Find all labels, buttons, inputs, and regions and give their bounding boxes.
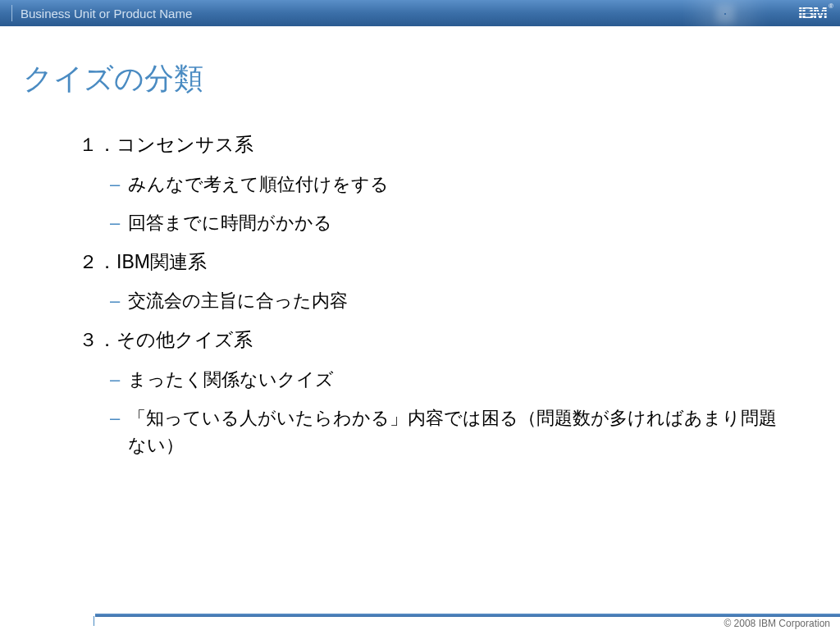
bullet-item: まったく関係ないクイズ — [110, 366, 783, 393]
slide-footer: © 2008 IBM Corporation — [0, 612, 840, 630]
copyright-text: © 2008 IBM Corporation — [724, 618, 830, 629]
section-2: ２．IBM関連系 交流会の主旨に合った内容 — [79, 248, 817, 315]
section-heading: ２．IBM関連系 — [79, 248, 817, 276]
slide-title: クイズの分類 — [23, 59, 817, 99]
footer-left-spacer — [0, 616, 94, 626]
header-burst-graphic — [683, 0, 798, 26]
footer-bar — [95, 614, 840, 617]
section-1: １．コンセンサス系 みんなで考えて順位付けをする 回答までに時間がかかる — [79, 130, 817, 236]
bullet-item: 交流会の主旨に合った内容 — [110, 287, 783, 314]
section-heading: ３．その他クイズ系 — [79, 326, 817, 354]
bullet-item: 回答までに時間がかかる — [110, 209, 783, 236]
bullet-item: みんなで考えて順位付けをする — [110, 171, 783, 198]
section-heading: １．コンセンサス系 — [79, 130, 817, 159]
business-unit-label: Business Unit or Product Name — [21, 7, 192, 21]
registered-mark: ® — [829, 2, 833, 10]
header-right: IBM ® — [683, 0, 833, 26]
slide-body: １．コンセンサス系 みんなで考えて順位付けをする 回答までに時間がかかる ２．I… — [79, 130, 817, 459]
section-3: ３．その他クイズ系 まったく関係ないクイズ 「知っている人がいたらわかる」内容で… — [79, 326, 817, 459]
slide-content: クイズの分類 １．コンセンサス系 みんなで考えて順位付けをする 回答までに時間が… — [0, 26, 840, 612]
bullet-item: 「知っている人がいたらわかる」内容では困る（問題数が多ければあまり問題ない） — [110, 404, 783, 459]
slide-header: Business Unit or Product Name IBM ® — [0, 0, 840, 26]
ibm-logo-icon: IBM — [798, 4, 828, 22]
header-divider — [11, 5, 12, 21]
